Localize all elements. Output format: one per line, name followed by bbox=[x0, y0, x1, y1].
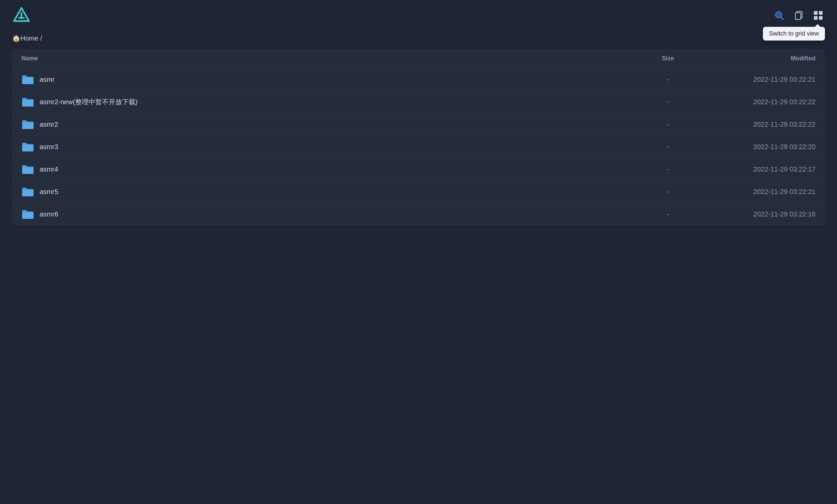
file-size: - bbox=[635, 120, 701, 128]
folder-icon bbox=[21, 209, 34, 219]
folder-icon bbox=[21, 187, 34, 197]
file-table-container: Name Size Modified asmr - 2022-11-29 03:… bbox=[12, 49, 825, 225]
logo bbox=[12, 6, 31, 25]
svg-rect-10 bbox=[814, 16, 818, 20]
file-modified: 2022-11-29 03:22:22 bbox=[701, 98, 816, 106]
table-row[interactable]: asmr - 2022-11-29 03:22:21 bbox=[12, 68, 825, 91]
file-name: asmr5 bbox=[21, 187, 635, 197]
folder-icon bbox=[21, 74, 34, 85]
folder-icon bbox=[21, 164, 34, 174]
file-size: - bbox=[635, 210, 701, 218]
file-modified: 2022-11-29 03:22:22 bbox=[701, 120, 816, 128]
file-name: asmr bbox=[21, 74, 635, 85]
file-name-text: asmr3 bbox=[39, 143, 58, 151]
table-row[interactable]: asmr6 - 2022-11-29 03:22:18 bbox=[12, 203, 825, 225]
file-modified: 2022-11-29 03:22:20 bbox=[701, 143, 816, 151]
file-size: - bbox=[635, 98, 701, 106]
svg-rect-9 bbox=[819, 11, 823, 15]
table-row[interactable]: asmr2 - 2022-11-29 03:22:22 bbox=[12, 113, 825, 136]
svg-rect-7 bbox=[796, 13, 801, 19]
file-name-text: asmr2-new(整理中暂不开放下载) bbox=[39, 97, 138, 107]
table-row[interactable]: asmr3 - 2022-11-29 03:22:20 bbox=[12, 136, 825, 158]
file-name-text: asmr6 bbox=[39, 210, 58, 218]
file-name: asmr2 bbox=[21, 119, 635, 129]
breadcrumb: 🏠Home / bbox=[0, 31, 837, 49]
file-modified: 2022-11-29 03:22:17 bbox=[701, 166, 816, 173]
col-size-header: Size bbox=[635, 55, 701, 62]
file-table-header: Name Size Modified bbox=[12, 49, 825, 68]
search-button[interactable] bbox=[772, 9, 786, 22]
file-name-text: asmr5 bbox=[39, 188, 58, 196]
col-name-header: Name bbox=[21, 55, 635, 62]
file-modified: 2022-11-29 03:22:18 bbox=[701, 210, 816, 218]
svg-rect-8 bbox=[814, 11, 818, 15]
file-name: asmr6 bbox=[21, 209, 635, 219]
copy-button[interactable] bbox=[792, 9, 805, 22]
file-modified: 2022-11-29 03:22:21 bbox=[701, 188, 816, 196]
file-name: asmr4 bbox=[21, 164, 635, 174]
breadcrumb-separator: / bbox=[40, 35, 42, 42]
svg-line-4 bbox=[781, 17, 783, 19]
file-rows: asmr - 2022-11-29 03:22:21 asmr2-new(整理中… bbox=[12, 68, 825, 225]
file-modified: 2022-11-29 03:22:21 bbox=[701, 76, 816, 83]
col-modified-header: Modified bbox=[701, 55, 816, 62]
svg-point-5 bbox=[776, 12, 782, 18]
file-name: asmr3 bbox=[21, 142, 635, 152]
table-row[interactable]: asmr4 - 2022-11-29 03:22:17 bbox=[12, 158, 825, 181]
folder-icon bbox=[21, 142, 34, 152]
file-size: - bbox=[635, 143, 701, 151]
file-name-text: asmr bbox=[39, 76, 54, 83]
folder-icon bbox=[21, 97, 34, 107]
file-size: - bbox=[635, 188, 701, 196]
header: Switch to grid view bbox=[0, 0, 837, 31]
breadcrumb-home-label[interactable]: Home bbox=[20, 35, 38, 42]
svg-rect-11 bbox=[819, 16, 823, 20]
header-actions: Switch to grid view bbox=[772, 9, 825, 22]
file-name-text: asmr4 bbox=[39, 166, 58, 173]
file-name: asmr2-new(整理中暂不开放下载) bbox=[21, 97, 635, 107]
file-size: - bbox=[635, 166, 701, 173]
table-row[interactable]: asmr2-new(整理中暂不开放下载) - 2022-11-29 03:22:… bbox=[12, 91, 825, 113]
grid-view-button[interactable] bbox=[812, 9, 825, 22]
file-size: - bbox=[635, 76, 701, 83]
folder-icon bbox=[21, 119, 34, 129]
grid-view-tooltip: Switch to grid view bbox=[763, 27, 825, 40]
breadcrumb-home-icon: 🏠 bbox=[12, 35, 20, 42]
table-row[interactable]: asmr5 - 2022-11-29 03:22:21 bbox=[12, 181, 825, 203]
file-name-text: asmr2 bbox=[39, 120, 58, 128]
